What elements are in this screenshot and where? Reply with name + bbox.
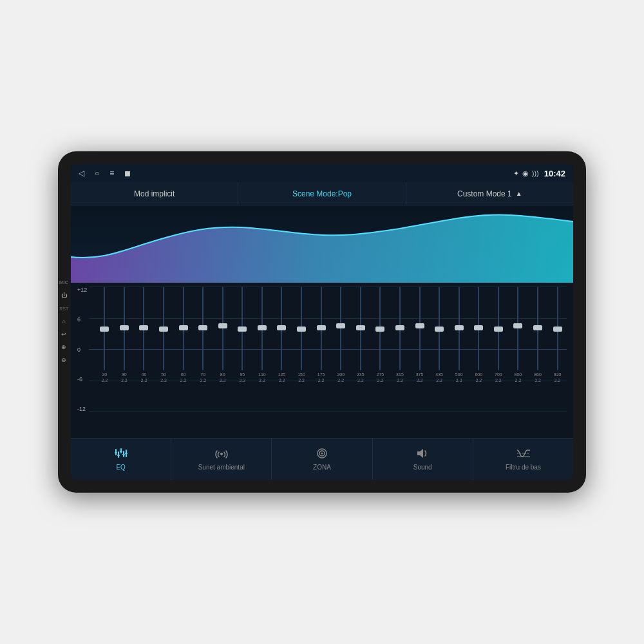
scale-plus12: +12	[77, 287, 87, 293]
slider-860hz[interactable]	[529, 287, 547, 370]
slider-thumb-435hz[interactable]	[435, 327, 444, 332]
slider-thumb-125hz[interactable]	[277, 325, 286, 330]
slider-thumb-70hz[interactable]	[198, 325, 207, 330]
slider-800hz[interactable]	[509, 287, 527, 370]
slider-thumb-40hz[interactable]	[139, 325, 148, 330]
mode-implicit[interactable]: Mod implicit	[71, 182, 238, 205]
slider-70hz[interactable]	[194, 287, 213, 370]
slider-thumb-150hz[interactable]	[297, 327, 306, 332]
slider-30hz[interactable]	[115, 287, 134, 370]
slider-track-235hz	[360, 287, 361, 370]
nav-icon-eq	[114, 448, 128, 461]
slider-thumb-60hz[interactable]	[179, 325, 188, 330]
slider-600hz[interactable]	[469, 287, 488, 370]
slider-thumb-175hz[interactable]	[317, 325, 326, 330]
slider-235hz[interactable]	[352, 287, 370, 370]
slider-275hz[interactable]	[371, 287, 390, 370]
nav-icon-zona	[315, 448, 329, 461]
slider-thumb-200hz[interactable]	[336, 323, 345, 328]
slider-track-30hz	[124, 287, 125, 370]
custom-mode-dropdown-icon: ▲	[516, 190, 522, 197]
vol-down-icon[interactable]: ⊖	[59, 355, 68, 365]
slider-95hz[interactable]	[233, 287, 252, 370]
nav-item-bass[interactable]: Filtru de bas	[473, 439, 573, 480]
freq-label-200: 2002.2	[332, 372, 350, 383]
mode-bar: Mod implicit Scene Mode:Pop Custom Mode …	[71, 182, 573, 205]
svg-rect-9	[125, 453, 128, 454]
rst-label: RST	[59, 304, 68, 313]
nav-item-ambient[interactable]: Sunet ambiental	[171, 439, 272, 480]
slider-150hz[interactable]	[292, 287, 311, 370]
clock: 10:42	[544, 169, 565, 178]
slider-thumb-375hz[interactable]	[415, 323, 424, 328]
slider-thumb-315hz[interactable]	[395, 325, 404, 330]
freq-label-175: 1752.2	[312, 372, 330, 383]
slider-60hz[interactable]	[174, 287, 193, 370]
freq-label-50: 502.2	[155, 372, 173, 383]
slider-500hz[interactable]	[450, 287, 468, 370]
home-side-icon[interactable]: ⌂	[59, 317, 68, 326]
slider-200hz[interactable]	[332, 287, 350, 370]
nav-item-zona[interactable]: ZONA	[272, 439, 372, 480]
vol-up-icon[interactable]: ⊕	[59, 343, 68, 352]
slider-thumb-235hz[interactable]	[356, 325, 365, 330]
slider-thumb-500hz[interactable]	[455, 325, 464, 330]
nav-item-eq[interactable]: EQ	[71, 439, 171, 480]
slider-thumb-600hz[interactable]	[474, 325, 483, 330]
scale-zero: 0	[77, 346, 87, 353]
slider-thumb-80hz[interactable]	[218, 323, 227, 328]
mode-scene[interactable]: Scene Mode:Pop	[238, 182, 406, 205]
slider-175hz[interactable]	[312, 287, 330, 370]
power-icon[interactable]: ⏻	[59, 291, 68, 300]
slider-375hz[interactable]	[410, 287, 429, 370]
slider-thumb-30hz[interactable]	[120, 325, 129, 330]
slider-80hz[interactable]	[213, 287, 232, 370]
eq-visualization	[71, 205, 573, 283]
slider-thumb-800hz[interactable]	[513, 323, 522, 328]
eq-sliders-area: +12 6 0 -6 -12 202.2302.2402.2502.2602.2…	[71, 283, 573, 438]
slider-thumb-110hz[interactable]	[258, 325, 267, 330]
home-icon[interactable]: ○	[95, 169, 99, 178]
slider-thumb-275hz[interactable]	[375, 327, 384, 332]
slider-track-435hz	[439, 287, 440, 370]
menu-icon[interactable]: ≡	[109, 169, 114, 178]
slider-track-110hz	[261, 287, 263, 370]
freq-label-30: 302.2	[115, 372, 134, 383]
slider-315hz[interactable]	[391, 287, 410, 370]
slider-700hz[interactable]	[489, 287, 508, 370]
slider-920hz[interactable]	[548, 287, 567, 370]
nav-label-sound: Sound	[413, 464, 432, 471]
freq-label-110: 1102.2	[253, 372, 272, 383]
svg-point-10	[220, 453, 223, 455]
slider-110hz[interactable]	[253, 287, 272, 370]
slider-435hz[interactable]	[430, 287, 449, 370]
stop-icon[interactable]: ◼	[124, 169, 131, 178]
slider-track-600hz	[478, 287, 479, 370]
back-icon[interactable]: ◁	[79, 169, 84, 178]
slider-40hz[interactable]	[135, 287, 153, 370]
slider-track-700hz	[498, 287, 499, 370]
screen: ◁ ○ ≡ ◼ ✦ ◉ ))) 10:42 Mod implicit Scene…	[71, 164, 573, 480]
frequency-labels: 202.2302.2402.2502.2602.2702.2802.2952.2…	[95, 372, 567, 383]
slider-thumb-50hz[interactable]	[159, 327, 168, 332]
freq-label-920: 9202.2	[548, 372, 567, 383]
slider-thumb-920hz[interactable]	[553, 327, 562, 332]
system-status-icons: ✦ ◉ )))	[513, 169, 539, 178]
slider-thumb-20hz[interactable]	[100, 327, 109, 332]
back-side-icon[interactable]: ↩	[59, 330, 68, 339]
slider-track-860hz	[537, 287, 538, 370]
freq-label-235: 2352.2	[352, 372, 370, 383]
mode-custom[interactable]: Custom Mode 1 ▲	[406, 182, 573, 205]
slider-20hz[interactable]	[95, 287, 114, 370]
bluetooth-icon: ✦	[513, 169, 519, 178]
nav-icon-sound	[415, 448, 430, 461]
nav-item-sound[interactable]: Sound	[373, 439, 473, 480]
slider-track-920hz	[557, 287, 558, 370]
slider-track-200hz	[340, 287, 341, 370]
slider-thumb-95hz[interactable]	[238, 327, 247, 332]
slider-125hz[interactable]	[272, 287, 291, 370]
slider-thumb-860hz[interactable]	[533, 325, 542, 330]
slider-50hz[interactable]	[155, 287, 173, 370]
slider-thumb-700hz[interactable]	[494, 327, 503, 332]
slider-track-70hz	[202, 287, 204, 370]
